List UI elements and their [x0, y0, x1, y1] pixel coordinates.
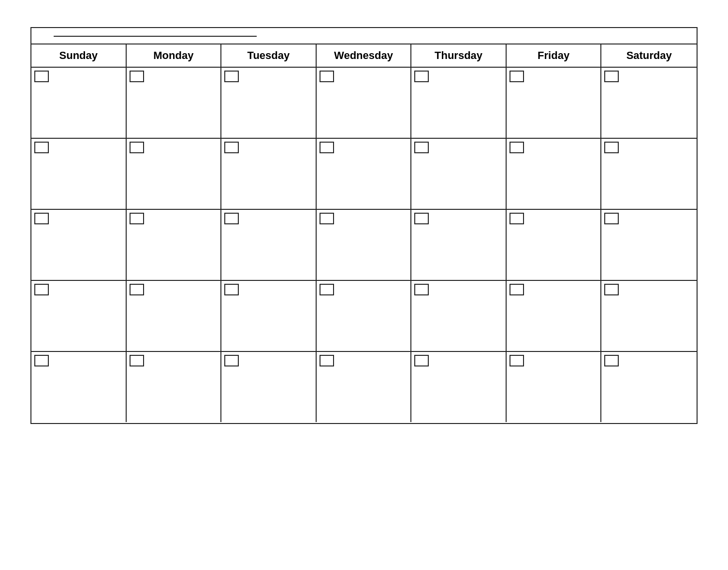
calendar-cell-r2-c2	[127, 139, 222, 209]
calendar-row-3	[31, 210, 697, 281]
month-line	[54, 36, 257, 37]
date-number-box	[604, 213, 619, 224]
calendar-grid	[31, 68, 697, 423]
date-number-box	[604, 355, 619, 366]
calendar-cell-r1-c7	[601, 68, 697, 138]
date-number-box	[414, 71, 429, 82]
date-number-box	[130, 284, 144, 295]
calendar-cell-r3-c2	[127, 210, 222, 280]
calendar-cell-r3-c5	[411, 210, 507, 280]
calendar-cell-r5-c6	[507, 352, 602, 422]
calendar-cell-r1-c4	[317, 68, 412, 138]
calendar-cell-r2-c4	[317, 139, 412, 209]
calendar-cell-r1-c6	[507, 68, 602, 138]
date-number-box	[414, 213, 429, 224]
calendar-cell-r1-c1	[31, 68, 127, 138]
calendar-cell-r5-c7	[601, 352, 697, 422]
date-number-box	[510, 355, 524, 366]
calendar-cell-r1-c2	[127, 68, 222, 138]
date-number-box	[414, 284, 429, 295]
date-number-box	[34, 284, 49, 295]
day-header-thursday: Thursday	[411, 44, 507, 67]
calendar-cell-r3-c6	[507, 210, 602, 280]
calendar-cell-r4-c6	[507, 281, 602, 351]
calendar-row-1	[31, 68, 697, 139]
day-header-monday: Monday	[127, 44, 222, 67]
date-number-box	[510, 284, 524, 295]
date-number-box	[510, 142, 524, 153]
calendar-cell-r2-c5	[411, 139, 507, 209]
date-number-box	[224, 71, 239, 82]
date-number-box	[320, 213, 334, 224]
calendar-cell-r5-c1	[31, 352, 127, 422]
calendar-cell-r5-c5	[411, 352, 507, 422]
calendar-cell-r5-c2	[127, 352, 222, 422]
date-number-box	[604, 142, 619, 153]
date-number-box	[130, 142, 144, 153]
calendar-cell-r2-c6	[507, 139, 602, 209]
calendar-cell-r4-c5	[411, 281, 507, 351]
date-number-box	[224, 284, 239, 295]
date-number-box	[224, 142, 239, 153]
calendar-row-2	[31, 139, 697, 210]
date-number-box	[224, 213, 239, 224]
calendar-cell-r4-c1	[31, 281, 127, 351]
day-header-saturday: Saturday	[601, 44, 697, 67]
calendar-row-5	[31, 352, 697, 423]
date-number-box	[510, 71, 524, 82]
date-number-box	[510, 213, 524, 224]
calendar-cell-r2-c1	[31, 139, 127, 209]
calendar-cell-r4-c7	[601, 281, 697, 351]
calendar-cell-r5-c4	[317, 352, 412, 422]
date-number-box	[34, 213, 49, 224]
date-number-box	[320, 284, 334, 295]
date-number-box	[130, 213, 144, 224]
date-number-box	[320, 142, 334, 153]
calendar-cell-r5-c3	[221, 352, 317, 422]
page-wrapper: SundayMondayTuesdayWednesdayThursdayFrid…	[16, 10, 712, 434]
day-header-sunday: Sunday	[31, 44, 127, 67]
calendar-cell-r4-c3	[221, 281, 317, 351]
calendar-cell-r3-c3	[221, 210, 317, 280]
calendar-cell-r1-c5	[411, 68, 507, 138]
date-number-box	[34, 355, 49, 366]
calendar-cell-r3-c7	[601, 210, 697, 280]
calendar-cell-r4-c4	[317, 281, 412, 351]
date-number-box	[320, 355, 334, 366]
day-header-wednesday: Wednesday	[317, 44, 412, 67]
month-header	[31, 28, 697, 44]
calendar-cell-r4-c2	[127, 281, 222, 351]
calendar-cell-r2-c3	[221, 139, 317, 209]
calendar-cell-r3-c1	[31, 210, 127, 280]
date-number-box	[34, 142, 49, 153]
calendar-cell-r1-c3	[221, 68, 317, 138]
date-number-box	[34, 71, 49, 82]
date-number-box	[414, 355, 429, 366]
calendar-outer: SundayMondayTuesdayWednesdayThursdayFrid…	[30, 27, 698, 424]
day-header-friday: Friday	[507, 44, 602, 67]
calendar-cell-r2-c7	[601, 139, 697, 209]
day-header-tuesday: Tuesday	[221, 44, 317, 67]
date-number-box	[130, 355, 144, 366]
date-number-box	[604, 284, 619, 295]
date-number-box	[320, 71, 334, 82]
calendar-row-4	[31, 281, 697, 352]
date-number-box	[414, 142, 429, 153]
calendar-cell-r3-c4	[317, 210, 412, 280]
date-number-box	[224, 355, 239, 366]
date-number-box	[130, 71, 144, 82]
day-headers-row: SundayMondayTuesdayWednesdayThursdayFrid…	[31, 44, 697, 68]
date-number-box	[604, 71, 619, 82]
